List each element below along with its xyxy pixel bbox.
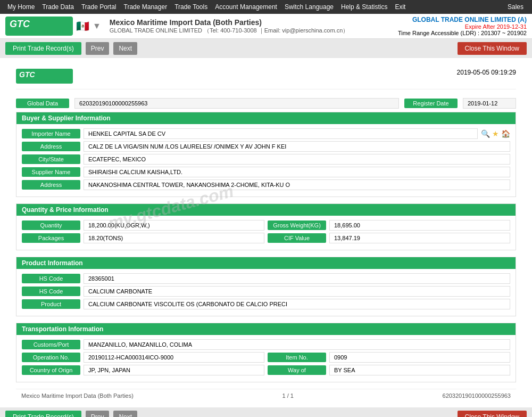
gross-weight-col: Gross Weight(KG) 18,695.00 bbox=[268, 220, 510, 231]
home-icon[interactable]: 🏠 bbox=[501, 129, 510, 138]
action-icons: 🔍 ★ 🏠 bbox=[481, 129, 510, 138]
record-logo-text: GTC bbox=[19, 70, 70, 79]
nav-exit[interactable]: Exit bbox=[392, 2, 409, 12]
close-button-bottom[interactable]: Close This Window bbox=[458, 411, 527, 417]
product-header: Product Information bbox=[16, 257, 516, 269]
address-label: Address bbox=[22, 142, 80, 151]
close-button-top[interactable]: Close This Window bbox=[458, 42, 527, 55]
account-company: GLOBAL TRADE ONLINE LIMITED (A) bbox=[398, 16, 527, 23]
header-title-area: Mexico Maritime Import Data (Both Partie… bbox=[110, 18, 398, 35]
supplier-name-value: SHIRAISHI CALCIUM KAISHA,LTD. bbox=[84, 167, 510, 177]
customs-port-value: MANZANILLO, MANZANILLO, COLIMA bbox=[84, 339, 510, 350]
packages-col: Packages 18.20(TONS) bbox=[22, 233, 264, 243]
gross-weight-label: Gross Weight(KG) bbox=[268, 220, 326, 230]
hs-code2-label: HS Code bbox=[22, 287, 80, 296]
quantity-label: Quantity bbox=[22, 220, 80, 230]
header-subtitle: GLOBAL TRADE ONLINE LIMITED （Tel: 400-71… bbox=[110, 27, 398, 35]
packages-cif-row: Packages 18.20(TONS) CIF Value 13,847.19 bbox=[22, 233, 510, 243]
hs-code-label: HS Code bbox=[22, 274, 80, 283]
record-logo-box: GTC GLOBAL TRADE ONLINE LIMITED bbox=[16, 69, 73, 84]
nav-my-home[interactable]: My Home bbox=[4, 2, 38, 12]
next-button-top[interactable]: Next bbox=[113, 42, 137, 55]
quantity-col: Quantity 18,200.00(KU,OGR,W,) bbox=[22, 220, 264, 231]
record-datetime: 2019-05-05 09:19:29 bbox=[457, 69, 516, 76]
time-range: Time Range Accessible (LDR) : 201307 ~ 2… bbox=[398, 30, 527, 36]
address-row: Address CALZ DE LA VIGA/SIN NUM /LOS LAU… bbox=[22, 141, 510, 152]
transportation-section: Transportation Information Customs/Port … bbox=[16, 323, 516, 382]
packages-label: Packages bbox=[22, 233, 80, 243]
page-title: Mexico Maritime Import Data (Both Partie… bbox=[110, 18, 398, 27]
product-value: CALCIUM CARBONATE VISCOLITE OS (CARBONAT… bbox=[84, 299, 510, 309]
expire-date: Expire After 2019-12-31 bbox=[398, 23, 527, 30]
item-no-col: Item No. 0909 bbox=[268, 352, 510, 363]
cif-col: CIF Value 13,847.19 bbox=[268, 233, 510, 243]
quantity-price-section: Quantity & Price Information Quantity 18… bbox=[16, 203, 516, 250]
prev-button-top[interactable]: Prev bbox=[86, 42, 110, 55]
hs-code-value: 28365001 bbox=[84, 273, 510, 284]
record-header: GTC GLOBAL TRADE ONLINE LIMITED 2019-05-… bbox=[16, 63, 516, 89]
cif-value: 13,847.19 bbox=[329, 233, 510, 243]
gross-weight-value: 18,695.00 bbox=[329, 220, 510, 231]
transportation-body: Customs/Port MANZANILLO, MANZANILLO, COL… bbox=[16, 335, 516, 382]
next-button-bottom[interactable]: Next bbox=[113, 411, 137, 417]
product-body: HS Code 28365001 HS Code CALCIUM CARBONA… bbox=[16, 269, 516, 316]
nav-trade-data[interactable]: Trade Data bbox=[39, 2, 77, 12]
dropdown-icon[interactable]: ▼ bbox=[93, 21, 101, 31]
importer-name-value: HENKEL CAPITAL SA DE CV bbox=[84, 128, 478, 139]
supplier-name-row: Supplier Name SHIRAISHI CALCIUM KAISHA,L… bbox=[22, 167, 510, 177]
nav-sales[interactable]: Sales bbox=[503, 2, 528, 12]
quantity-gross-row: Quantity 18,200.00(KU,OGR,W,) Gross Weig… bbox=[22, 220, 510, 231]
global-data-row: Global Data 620320190100000255963 Regist… bbox=[16, 95, 516, 112]
address-value: CALZ DE LA VIGA/SIN NUM /LOS LAURELES/ /… bbox=[84, 141, 510, 152]
supplier-name-label: Supplier Name bbox=[22, 167, 80, 177]
buyer-supplier-header: Buyer & Supplier Information bbox=[16, 112, 516, 124]
item-no-label: Item No. bbox=[268, 353, 326, 362]
header-tel: Tel: 400-710-3008 bbox=[210, 27, 257, 34]
prev-button-bottom[interactable]: Prev bbox=[86, 411, 110, 417]
global-data-label: Global Data bbox=[16, 99, 69, 108]
star-icon[interactable]: ★ bbox=[492, 129, 499, 138]
nav-switch-language[interactable]: Switch Language bbox=[281, 2, 337, 12]
footer-left: Mexico Maritime Import Data (Both Partie… bbox=[21, 393, 134, 399]
page-footer: Mexico Maritime Import Data (Both Partie… bbox=[16, 389, 516, 402]
country-origin-label: Country of Orign bbox=[22, 365, 80, 375]
header-info: GLOBAL TRADE ONLINE LIMITED (A) Expire A… bbox=[398, 16, 527, 36]
global-data-value: 620320190100000255963 bbox=[74, 98, 399, 109]
print-button-top[interactable]: Print Trade Record(s) bbox=[5, 42, 81, 55]
customs-port-row: Customs/Port MANZANILLO, MANZANILLO, COL… bbox=[22, 339, 510, 350]
importer-name-row: Importer Name HENKEL CAPITAL SA DE CV 🔍 … bbox=[22, 128, 510, 139]
logo-area: GTC GLOBAL TRADE ONLINE LIMITED 🇲🇽 ▼ bbox=[5, 17, 101, 36]
top-navigation: My Home Trade Data Trade Portal Trade Ma… bbox=[0, 0, 532, 14]
nav-trade-manager[interactable]: Trade Manager bbox=[121, 2, 171, 12]
header-company: GLOBAL TRADE ONLINE LIMITED bbox=[110, 27, 202, 34]
print-button-bottom[interactable]: Print Trade Record(s) bbox=[5, 411, 81, 417]
product-label: Product bbox=[22, 299, 80, 309]
customs-port-label: Customs/Port bbox=[22, 340, 80, 349]
country-way-row: Country of Orign JP, JPN, JAPAN Way of B… bbox=[22, 365, 510, 375]
buyer-supplier-section: Buyer & Supplier Information Importer Na… bbox=[16, 112, 516, 197]
quantity-value: 18,200.00(KU,OGR,W,) bbox=[84, 220, 264, 231]
record-logo-sub: GLOBAL TRADE ONLINE LIMITED bbox=[19, 79, 70, 82]
supplier-address-label: Address bbox=[22, 180, 80, 190]
cif-label: CIF Value bbox=[268, 233, 326, 243]
way-of-label: Way of bbox=[268, 365, 326, 375]
operation-item-row: Operation No. 20190112-HCA000314ICO-9000… bbox=[22, 352, 510, 363]
nav-help-statistics[interactable]: Help & Statistics bbox=[338, 2, 390, 12]
country-origin-col: Country of Orign JP, JPN, JAPAN bbox=[22, 365, 264, 375]
supplier-address-row: Address NAKANOSHIMA CENTRAL TOWER, NAKAN… bbox=[22, 179, 510, 190]
transportation-header: Transportation Information bbox=[16, 323, 516, 335]
main-content: my.gtcdata.com GTC GLOBAL TRADE ONLINE L… bbox=[0, 58, 532, 407]
way-of-col: Way of BY SEA bbox=[268, 365, 510, 375]
nav-trade-portal[interactable]: Trade Portal bbox=[78, 2, 120, 12]
action-bar-bottom: Print Trade Record(s) Prev Next Close Th… bbox=[0, 407, 532, 417]
header-bar: GTC GLOBAL TRADE ONLINE LIMITED 🇲🇽 ▼ Mex… bbox=[0, 14, 532, 39]
record-logo: GTC GLOBAL TRADE ONLINE LIMITED bbox=[16, 69, 73, 84]
nav-trade-tools[interactable]: Trade Tools bbox=[171, 2, 211, 12]
product-section: Product Information HS Code 28365001 HS … bbox=[16, 257, 516, 316]
hs-code-row: HS Code 28365001 bbox=[22, 273, 510, 284]
hs-code2-value: CALCIUM CARBONATE bbox=[84, 286, 510, 297]
search-icon[interactable]: 🔍 bbox=[481, 129, 490, 138]
nav-account-management[interactable]: Account Management bbox=[212, 2, 280, 12]
product-row: Product CALCIUM CARBONATE VISCOLITE OS (… bbox=[22, 299, 510, 309]
register-date-label: Register Date bbox=[404, 99, 458, 108]
